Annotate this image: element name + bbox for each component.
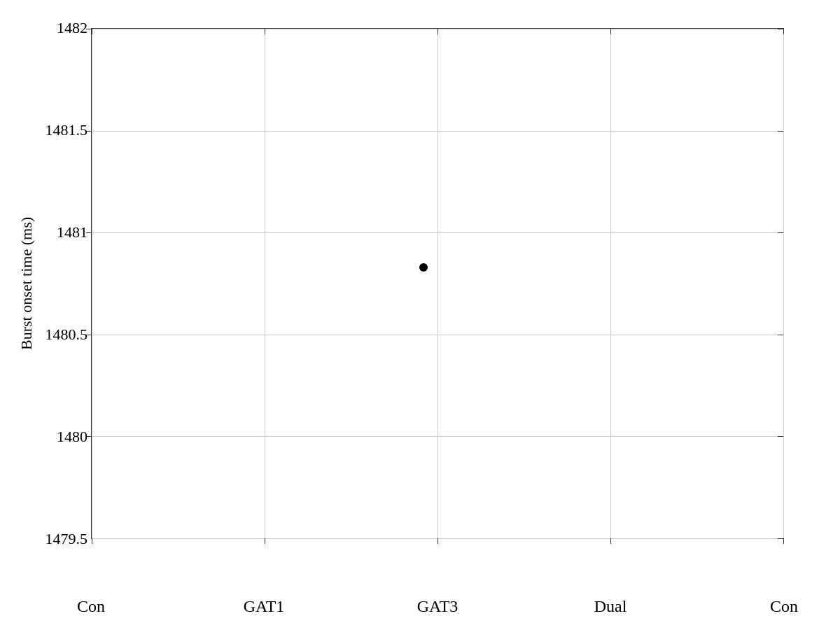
grid-v-con1 <box>92 29 92 538</box>
grid-v-dual <box>610 29 611 538</box>
chart-area <box>91 28 784 539</box>
x-label-con2: Con <box>770 597 798 616</box>
y-axis-labels <box>0 28 88 539</box>
y-label-1481: 1481 <box>57 223 88 241</box>
grid-v-con2 <box>783 29 784 538</box>
data-point-gat3 <box>419 263 428 272</box>
x-label-dual: Dual <box>594 597 627 616</box>
chart-container: Burst onset time (ms) <box>0 0 840 630</box>
y-label-14815: 1481.5 <box>46 121 88 139</box>
x-label-gat3: GAT3 <box>417 597 458 616</box>
y-label-1482: 1482 <box>57 19 88 37</box>
y-label-1480: 1480 <box>57 428 88 446</box>
x-label-gat1: GAT1 <box>244 597 285 616</box>
x-label-con1: Con <box>77 597 105 616</box>
y-label-14795: 1479.5 <box>46 530 88 548</box>
y-label-14805: 1480.5 <box>46 326 88 344</box>
grid-v-gat1 <box>265 29 265 538</box>
grid-v-gat3 <box>438 29 438 538</box>
